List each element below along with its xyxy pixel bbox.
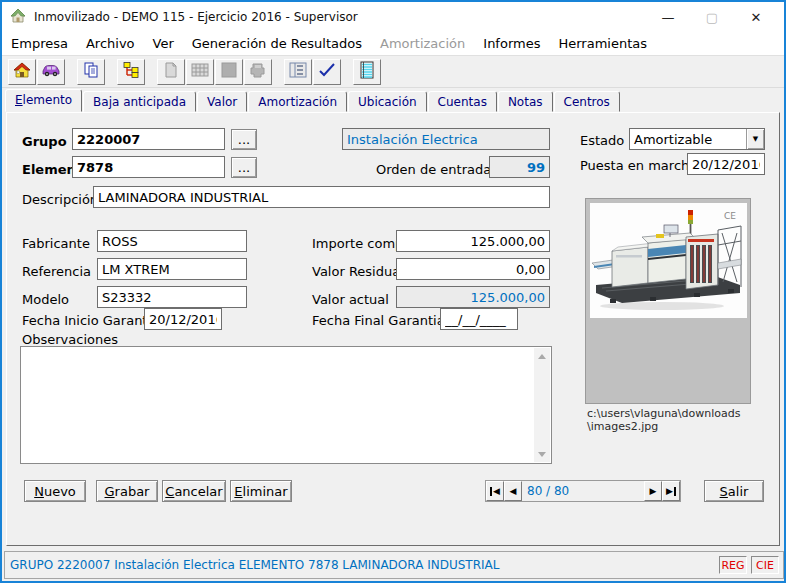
copy-button[interactable] bbox=[77, 59, 105, 85]
referencia-label: Referencia bbox=[22, 264, 91, 279]
square-button-disabled bbox=[215, 59, 243, 85]
eliminar-button[interactable]: Eliminar bbox=[230, 480, 292, 502]
referencia-input[interactable] bbox=[97, 258, 247, 280]
next-record-icon[interactable]: ▶ bbox=[644, 481, 662, 501]
valor-residual-input[interactable] bbox=[396, 258, 550, 280]
title-bar: Inmovilizado - DEMO 115 - Ejercicio 2016… bbox=[2, 2, 784, 32]
modelo-label: Modelo bbox=[22, 292, 69, 307]
record-position: 80 / 80 bbox=[522, 481, 644, 501]
observaciones-scrollbar[interactable] bbox=[534, 348, 550, 462]
observaciones-textarea[interactable] bbox=[20, 346, 552, 464]
check-icon bbox=[318, 62, 336, 81]
importe-compra-input[interactable] bbox=[396, 230, 550, 252]
valor-residual-label: Valor Residual bbox=[312, 264, 404, 279]
grupo-input[interactable] bbox=[72, 128, 225, 150]
estado-select[interactable]: Amortizable ▼ bbox=[629, 128, 765, 150]
tree-icon bbox=[122, 61, 140, 82]
orden-entrada-box: 99 bbox=[489, 156, 550, 178]
scroll-down-icon[interactable] bbox=[534, 446, 550, 462]
modelo-input[interactable] bbox=[97, 286, 247, 308]
status-text: GRUPO 2220007 Instalación Electrica ELEM… bbox=[5, 558, 719, 572]
orden-entrada-label: Orden de entrada bbox=[376, 162, 491, 177]
car-icon bbox=[41, 62, 61, 81]
notes-list-button[interactable] bbox=[353, 59, 381, 85]
tab-ubicacion[interactable]: Ubicación bbox=[348, 91, 427, 112]
grupo-browse-button[interactable]: ... bbox=[231, 129, 257, 150]
application-window: Inmovilizado - DEMO 115 - Ejercicio 2016… bbox=[0, 0, 786, 583]
tab-notas[interactable]: Notas bbox=[498, 91, 553, 112]
menu-ver[interactable]: Ver bbox=[144, 34, 183, 53]
reg-badge: REG bbox=[719, 556, 747, 574]
nuevo-button[interactable]: Nuevo bbox=[24, 480, 86, 502]
printer-icon bbox=[249, 62, 267, 81]
puesta-marcha-label: Puesta en marcha bbox=[580, 158, 697, 173]
new-document-button-disabled bbox=[157, 59, 185, 85]
menu-empresa[interactable]: Empresa bbox=[2, 34, 77, 53]
square-icon bbox=[221, 62, 237, 81]
tab-centros[interactable]: Centros bbox=[554, 91, 620, 112]
fabricante-label: Fabricante bbox=[22, 236, 90, 251]
fecha-final-garantia-label: Fecha Final Garantia bbox=[312, 313, 445, 328]
last-record-icon[interactable]: ▶ bbox=[662, 481, 680, 501]
window-title: Inmovilizado - DEMO 115 - Ejercicio 2016… bbox=[34, 10, 358, 24]
estado-label: Estado bbox=[580, 133, 624, 148]
asset-photo-path: c:\users\vlaguna\downloads \images2.jpg bbox=[587, 407, 767, 433]
menu-bar: Empresa Archivo Ver Generación de Result… bbox=[2, 32, 784, 55]
maximize-button: ▢ bbox=[690, 2, 734, 32]
menu-herramientas[interactable]: Herramientas bbox=[549, 34, 656, 53]
grupo-label: Grupo bbox=[22, 134, 67, 149]
menu-generacion-resultados[interactable]: Generación de Resultados bbox=[183, 34, 371, 53]
form-check-button[interactable] bbox=[284, 59, 312, 85]
estado-value: Amortizable bbox=[630, 132, 746, 147]
grid-button-disabled bbox=[186, 59, 214, 85]
observaciones-label: Observaciones bbox=[22, 332, 118, 347]
groups-tree-button[interactable] bbox=[117, 59, 145, 85]
elemento-browse-button[interactable]: ... bbox=[231, 157, 257, 178]
tab-elemento[interactable]: Elemento bbox=[5, 89, 82, 112]
home-button[interactable] bbox=[8, 59, 36, 85]
tab-cuentas[interactable]: Cuentas bbox=[428, 91, 497, 112]
cancelar-button[interactable]: Cancelar bbox=[162, 480, 226, 502]
ce-mark: CE bbox=[724, 211, 736, 221]
descripcion-label: Descripción bbox=[22, 192, 98, 207]
close-button[interactable]: ✕ bbox=[734, 2, 778, 32]
validate-button[interactable] bbox=[313, 59, 341, 85]
valor-actual-box: 125.000,00 bbox=[396, 286, 550, 308]
elemento-input[interactable] bbox=[72, 156, 225, 178]
menu-archivo[interactable]: Archivo bbox=[77, 34, 144, 53]
cie-badge: CIE bbox=[751, 556, 779, 574]
fecha-inicio-garantia-input[interactable] bbox=[144, 308, 222, 330]
grabar-button[interactable]: Grabar bbox=[96, 480, 158, 502]
first-record-icon[interactable]: ◀ bbox=[486, 481, 504, 501]
previous-record-icon[interactable]: ◀ bbox=[504, 481, 522, 501]
document-icon bbox=[163, 62, 179, 81]
grid-icon bbox=[191, 63, 209, 80]
puesta-marcha-input[interactable] bbox=[687, 153, 765, 175]
fecha-inicio-garantia-label: Fecha Inicio Garantia bbox=[22, 313, 159, 328]
valor-actual-label: Valor actual bbox=[312, 292, 389, 307]
fecha-final-garantia-input[interactable] bbox=[440, 308, 518, 330]
printer-button-disabled bbox=[244, 59, 272, 85]
minimize-button[interactable]: — bbox=[646, 2, 690, 32]
status-bar: GRUPO 2220007 Instalación Electrica ELEM… bbox=[4, 551, 784, 579]
fabricante-input[interactable] bbox=[97, 230, 247, 252]
form-check-icon bbox=[289, 62, 307, 81]
asset-photo-path-line2: \images2.jpg bbox=[587, 420, 767, 433]
scroll-up-icon[interactable] bbox=[534, 348, 550, 364]
descripcion-input[interactable] bbox=[93, 186, 550, 208]
toolbar bbox=[2, 55, 784, 88]
vehicles-button[interactable] bbox=[37, 59, 65, 85]
copy-icon bbox=[82, 61, 100, 82]
chevron-down-icon[interactable]: ▼ bbox=[746, 129, 764, 149]
grupo-description-box: Instalación Electrica bbox=[342, 128, 550, 150]
menu-informes[interactable]: Informes bbox=[474, 34, 549, 53]
salir-button[interactable]: Salir bbox=[704, 480, 764, 502]
menu-amortizacion: Amortización bbox=[371, 34, 474, 53]
app-house-icon bbox=[10, 8, 26, 27]
tab-valor[interactable]: Valor bbox=[197, 91, 247, 112]
asset-photo-panel: CE bbox=[585, 198, 751, 404]
tab-amortizacion[interactable]: Amortización bbox=[248, 91, 347, 112]
record-navigator: ◀ ◀ 80 / 80 ▶ ▶ bbox=[485, 480, 681, 502]
tab-baja-anticipada[interactable]: Baja anticipada bbox=[83, 91, 196, 112]
tab-bar: Elemento Baja anticipada Valor Amortizac… bbox=[5, 89, 621, 112]
